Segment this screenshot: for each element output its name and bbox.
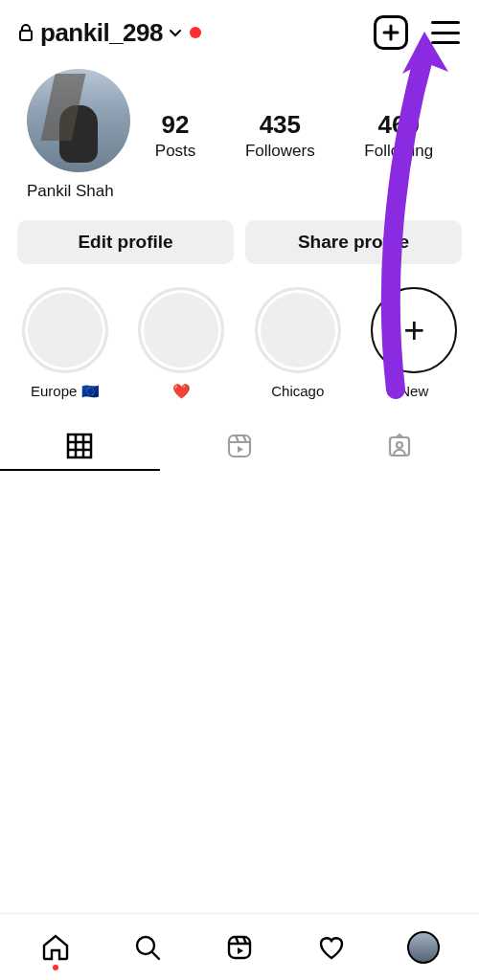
- highlight-label: Chicago: [271, 383, 324, 400]
- svg-point-4: [397, 442, 402, 448]
- highlight-cover: [22, 287, 108, 373]
- nav-activity[interactable]: [312, 928, 351, 967]
- create-button[interactable]: [374, 15, 408, 50]
- stat-following-count: 460: [364, 110, 433, 140]
- menu-line-icon: [431, 41, 460, 44]
- stat-followers-label: Followers: [245, 142, 315, 161]
- stat-posts-count: 92: [155, 110, 196, 140]
- heart-icon: [315, 931, 348, 964]
- plus-icon: +: [403, 310, 424, 351]
- reels-icon: [225, 432, 254, 460]
- notification-dot-icon: [190, 27, 201, 38]
- profile-avatar[interactable]: [27, 69, 130, 172]
- highlight-label: Europe 🇪🇺: [31, 383, 100, 400]
- home-notification-dot-icon: [53, 965, 58, 970]
- stat-posts[interactable]: 92 Posts: [155, 110, 196, 161]
- grid-icon: [65, 432, 94, 460]
- menu-line-icon: [431, 32, 460, 34]
- svg-rect-1: [68, 434, 91, 457]
- lock-icon: [17, 22, 34, 43]
- tab-tagged[interactable]: [319, 421, 479, 470]
- tab-indicator: [0, 469, 160, 471]
- highlight-item[interactable]: Europe 🇪🇺: [13, 287, 117, 400]
- nav-home[interactable]: [36, 928, 75, 967]
- display-name: Pankil Shah: [27, 182, 130, 201]
- plus-icon: [381, 23, 400, 42]
- nav-avatar-icon: [407, 931, 440, 964]
- home-icon: [40, 932, 71, 963]
- highlight-item[interactable]: Chicago: [246, 287, 350, 400]
- nav-profile[interactable]: [404, 928, 443, 967]
- highlight-cover: [255, 287, 341, 373]
- search-icon: [132, 932, 163, 963]
- stat-following[interactable]: 460 Following: [364, 110, 433, 161]
- svg-rect-2: [229, 435, 250, 457]
- tab-reels[interactable]: [160, 421, 320, 470]
- nav-reels[interactable]: [220, 928, 259, 967]
- menu-line-icon: [431, 21, 460, 24]
- stat-followers-count: 435: [245, 110, 315, 140]
- reels-icon: [225, 933, 254, 962]
- chevron-down-icon: [167, 24, 184, 41]
- stat-posts-label: Posts: [155, 142, 196, 161]
- tab-grid[interactable]: [0, 421, 160, 470]
- highlight-item[interactable]: ❤️: [130, 287, 234, 400]
- stat-followers[interactable]: 435 Followers: [245, 110, 315, 161]
- highlight-cover: [138, 287, 224, 373]
- share-profile-button[interactable]: Share profile: [245, 220, 462, 264]
- highlight-new-button[interactable]: + New: [363, 287, 467, 400]
- hamburger-menu-button[interactable]: [431, 21, 460, 44]
- stat-following-label: Following: [364, 142, 433, 161]
- nav-search[interactable]: [128, 928, 167, 967]
- highlight-new-label: New: [399, 383, 428, 400]
- svg-rect-6: [229, 937, 250, 958]
- username-switcher[interactable]: pankil_298: [40, 18, 163, 48]
- svg-rect-3: [390, 437, 409, 456]
- svg-rect-0: [20, 31, 32, 40]
- edit-profile-button[interactable]: Edit profile: [17, 220, 234, 264]
- highlight-label: ❤️: [172, 383, 191, 400]
- tagged-icon: [385, 432, 414, 460]
